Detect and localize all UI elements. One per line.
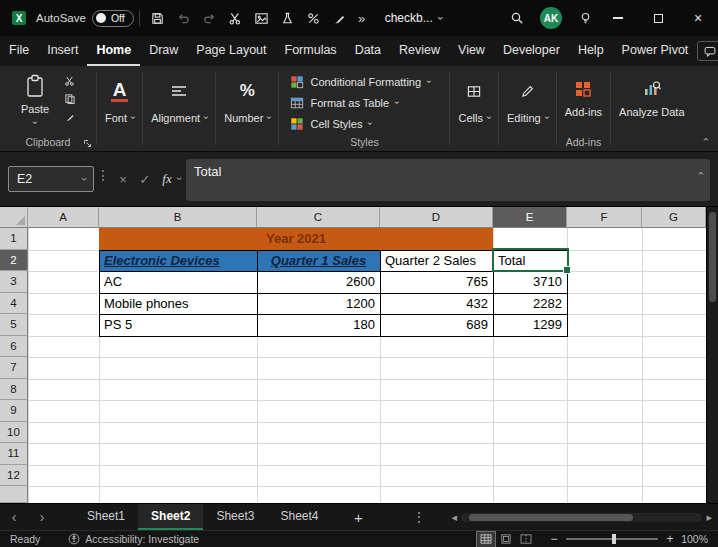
row-header-5[interactable]: 5 <box>0 314 28 336</box>
cut-icon[interactable] <box>224 6 248 30</box>
excel-app-icon[interactable]: X <box>10 9 28 27</box>
select-all-corner[interactable] <box>0 207 28 228</box>
horizontal-scrollbar[interactable]: ◂ ▸ <box>446 504 718 530</box>
new-sheet-button[interactable]: + <box>342 504 376 530</box>
analyze-data-button[interactable]: Analyze Data <box>611 66 692 151</box>
font-group-button[interactable]: A Font› <box>97 66 142 151</box>
sheet-tab-sheet2[interactable]: Sheet2 <box>138 504 203 530</box>
column-header-B[interactable]: B <box>99 207 257 228</box>
confirm-entry-button[interactable]: ✓ <box>134 166 156 192</box>
conditional-formatting-button[interactable]: Conditional Formatting › <box>289 71 430 92</box>
copy-icon[interactable] <box>61 92 79 106</box>
document-title[interactable]: checkb... › <box>385 11 441 25</box>
redo-icon[interactable] <box>198 6 222 30</box>
number-group-button[interactable]: % Number› <box>216 66 278 151</box>
format-as-table-button[interactable]: Format as Table › <box>289 92 398 113</box>
close-button[interactable]: × <box>678 0 718 36</box>
row-header-2[interactable]: 2 <box>0 250 28 272</box>
accessibility-status[interactable]: Accessibility: Investigate <box>68 533 199 545</box>
cell-B4[interactable]: Mobile phones <box>99 293 257 315</box>
cell-E2-active[interactable]: Total <box>493 250 567 272</box>
horizontal-scrollbar-track[interactable] <box>461 513 702 522</box>
vertical-scrollbar[interactable] <box>706 207 718 503</box>
comment-icon[interactable] <box>697 41 718 61</box>
tab-file[interactable]: File <box>0 36 38 66</box>
picture-icon[interactable] <box>250 6 274 30</box>
collapse-ribbon-icon[interactable]: › <box>701 138 712 142</box>
cell-C4[interactable]: 1200 <box>257 293 380 315</box>
sheet-tab-sheet1[interactable]: Sheet1 <box>74 504 138 530</box>
cell-styles-button[interactable]: Cell Styles › <box>289 113 371 134</box>
row-header-8[interactable]: 8 <box>0 379 28 401</box>
cells-group-button[interactable]: Cells› <box>450 66 498 151</box>
cell-B2[interactable]: Electronic Devices <box>99 250 257 272</box>
maximize-button[interactable] <box>638 0 678 36</box>
tab-data[interactable]: Data <box>346 36 390 66</box>
page-break-view-icon[interactable] <box>517 532 535 547</box>
column-header-A[interactable]: A <box>28 207 99 228</box>
cell-E5[interactable]: 1299 <box>493 314 567 336</box>
search-icon[interactable] <box>505 6 529 30</box>
paintbrush-icon[interactable] <box>328 6 352 30</box>
cell-C5[interactable]: 180 <box>257 314 380 336</box>
cell-D5[interactable]: 689 <box>380 314 493 336</box>
format-painter-icon[interactable] <box>61 110 79 124</box>
sheet-tab-sheet4[interactable]: Sheet4 <box>267 504 331 530</box>
row-header-11[interactable]: 11 <box>0 443 28 465</box>
row-header-1[interactable]: 1 <box>0 228 28 250</box>
zoom-slider[interactable] <box>566 538 658 540</box>
column-header-C[interactable]: C <box>257 207 380 228</box>
tab-help[interactable]: Help <box>569 36 613 66</box>
horizontal-scrollbar-thumb[interactable] <box>469 514 633 521</box>
cell-D2[interactable]: Quarter 2 Sales <box>380 250 493 272</box>
expand-formula-bar-icon[interactable]: › <box>696 172 707 176</box>
column-header-G[interactable]: G <box>642 207 706 228</box>
save-icon[interactable] <box>146 6 170 30</box>
column-header-D[interactable]: D <box>380 207 493 228</box>
formula-input[interactable]: Total › <box>186 159 710 201</box>
cell-E4[interactable]: 2282 <box>493 293 567 315</box>
column-header-E[interactable]: E <box>493 207 567 228</box>
tab-home[interactable]: Home <box>87 36 140 66</box>
tab-view[interactable]: View <box>449 36 494 66</box>
cell-D3[interactable]: 765 <box>380 271 493 293</box>
cell-B1-merged-title[interactable]: Year 2021 <box>99 228 493 250</box>
tab-formulas[interactable]: Formulas <box>276 36 346 66</box>
minimize-button[interactable] <box>598 0 638 36</box>
user-avatar[interactable]: AK <box>540 7 562 29</box>
editing-group-button[interactable]: Editing› <box>499 66 556 151</box>
cut-icon[interactable] <box>61 74 79 88</box>
cell-D4[interactable]: 432 <box>380 293 493 315</box>
autosave-toggle[interactable]: Off <box>92 10 134 27</box>
tab-power-pivot[interactable]: Power Pivot <box>613 36 698 66</box>
zoom-slider-thumb[interactable] <box>612 534 616 544</box>
name-box[interactable]: E2 › <box>8 166 94 192</box>
zoom-level[interactable]: 100% <box>678 533 718 545</box>
row-header-7[interactable]: 7 <box>0 357 28 379</box>
undo-icon[interactable] <box>172 6 196 30</box>
flask-icon[interactable] <box>276 6 300 30</box>
cell-E3[interactable]: 3710 <box>493 271 567 293</box>
row-header-6[interactable]: 6 <box>0 336 28 358</box>
zoom-out-button[interactable]: − <box>546 532 562 546</box>
lightbulb-icon[interactable] <box>573 6 597 30</box>
scroll-left-icon[interactable]: ◂ <box>452 511 458 524</box>
tab-developer[interactable]: Developer <box>494 36 569 66</box>
tab-draw[interactable]: Draw <box>140 36 187 66</box>
row-header-10[interactable]: 10 <box>0 422 28 444</box>
sheet-tab-sheet3[interactable]: Sheet3 <box>203 504 267 530</box>
cell-B5[interactable]: PS 5 <box>99 314 257 336</box>
page-layout-view-icon[interactable] <box>497 532 515 547</box>
sheet-nav-right-icon[interactable]: › <box>28 504 56 530</box>
column-header-F[interactable]: F <box>567 207 642 228</box>
scroll-right-icon[interactable]: ▸ <box>706 511 712 524</box>
dialog-launcher-icon[interactable] <box>82 138 92 148</box>
addins-button[interactable]: Add-ins Add-ins <box>557 66 610 151</box>
tab-insert[interactable]: Insert <box>38 36 87 66</box>
row-header-12[interactable]: 12 <box>0 465 28 487</box>
zoom-in-button[interactable]: + <box>662 532 678 546</box>
tab-page-layout[interactable]: Page Layout <box>187 36 275 66</box>
cell-B3[interactable]: AC <box>99 271 257 293</box>
sheet-nav-left-icon[interactable]: ‹ <box>0 504 28 530</box>
chevron-down-icon[interactable]: › <box>174 166 186 192</box>
